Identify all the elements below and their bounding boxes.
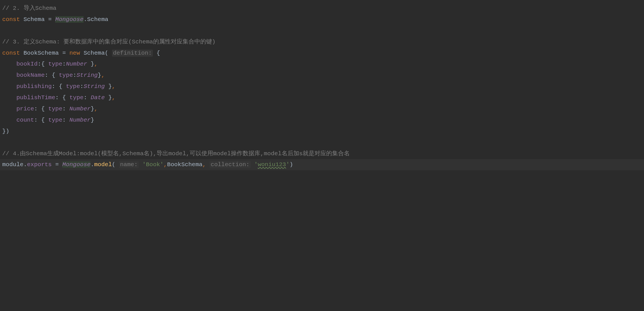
property-type: type (48, 106, 62, 112)
dot-operator: . (24, 161, 27, 168)
indent (2, 72, 16, 78)
indent (2, 61, 16, 67)
colon: : (84, 94, 91, 101)
property-price: price (16, 106, 34, 112)
open-brace: { (52, 72, 59, 78)
comma: , (203, 161, 210, 168)
type-date: Date (91, 94, 105, 101)
code-line-8[interactable]: publishTime: { type: Date }, (0, 92, 644, 103)
indent (2, 106, 16, 112)
string-quote-open: ' (254, 161, 258, 168)
identifier-schema: Schema (24, 16, 48, 23)
comment-text: // 4.由Schema生成Model:model(模型名,Schema名),导… (2, 150, 350, 157)
equals-sign: = (55, 161, 62, 168)
comma: , (94, 61, 98, 67)
colon: : (52, 83, 59, 90)
equals-sign: = (48, 16, 55, 23)
space (153, 50, 157, 56)
space (251, 161, 254, 168)
code-line-2[interactable]: const Schema = Mongoose.Schema (0, 14, 644, 25)
equals-sign: = (62, 50, 69, 56)
comma: , (101, 72, 105, 78)
close-brace: } (91, 106, 94, 112)
identifier-schema: Schema (84, 50, 105, 56)
open-brace: { (41, 61, 48, 67)
indent (2, 117, 16, 123)
open-brace: { (62, 94, 69, 101)
colon: : (34, 106, 41, 112)
code-line-13[interactable]: module.exports = Mongoose.model( name: '… (0, 159, 644, 170)
property-count: count (16, 117, 34, 123)
comment-text: // 2. 导入Schema (2, 5, 56, 11)
property-bookname: bookName (16, 72, 45, 78)
code-line-4[interactable]: const BookSchema = new Schema( definitio… (0, 48, 644, 59)
string-quote-close: ' (286, 161, 290, 168)
indent (2, 94, 16, 101)
property-exports: exports (27, 161, 55, 168)
code-line-11[interactable]: }) (0, 126, 644, 137)
property-type: type (66, 83, 80, 90)
colon: : (45, 72, 52, 78)
open-brace: { (157, 50, 160, 56)
type-string: String (84, 83, 105, 90)
param-hint-name: name: (119, 161, 139, 168)
param-hint-collection: collection: (210, 161, 251, 168)
property-type: type (48, 61, 62, 67)
comma: , (94, 106, 98, 112)
space (139, 161, 142, 168)
empty-line-1[interactable] (0, 25, 644, 36)
keyword-const: const (2, 50, 24, 56)
colon: : (62, 117, 69, 123)
param-hint-definition: definition: (112, 50, 153, 57)
type-string: String (77, 72, 98, 78)
code-line-9[interactable]: price: { type: Number}, (0, 103, 644, 115)
colon: : (62, 106, 69, 112)
code-line-5[interactable]: bookId:{ type:Number }, (0, 59, 644, 70)
colon: : (34, 117, 41, 123)
open-paren: ( (112, 161, 119, 168)
property-publishtime: publishTime (16, 94, 55, 101)
colon: : (73, 72, 77, 78)
identifier-bookschema: BookSchema (167, 161, 203, 168)
colon: : (80, 83, 84, 90)
open-brace: { (41, 106, 48, 112)
close-brace: } (105, 94, 112, 101)
property-bookid: bookId (16, 61, 38, 67)
code-line-6[interactable]: bookName: { type:String}, (0, 70, 644, 81)
close-paren-brace: }) (2, 128, 9, 134)
property-type: type (48, 117, 62, 123)
keyword-new: new (69, 50, 83, 56)
code-line-12[interactable]: // 4.由Schema生成Model:model(模型名,Schema名),导… (0, 148, 644, 159)
identifier-mongoose: Mongoose (62, 161, 91, 168)
empty-line-2[interactable] (0, 137, 644, 148)
open-brace: { (41, 117, 48, 123)
colon: : (55, 94, 62, 101)
close-brace: } (87, 61, 94, 67)
string-woniu123: woniu123 (258, 161, 286, 168)
property-publishing: publishing (16, 83, 52, 90)
code-line-3[interactable]: // 3. 定义Schema: 要和数据库中的集合对应(Schema的属性对应集… (0, 36, 644, 48)
comment-text: // 3. 定义Schema: 要和数据库中的集合对应(Schema的属性对应集… (2, 39, 215, 45)
type-number: Number (66, 61, 87, 67)
property-type: type (59, 72, 73, 78)
comma: , (164, 161, 167, 168)
indent (2, 83, 16, 90)
code-line-10[interactable]: count: { type: Number} (0, 115, 644, 126)
type-number: Number (70, 106, 91, 112)
dot-operator: . (84, 16, 87, 23)
method-model: model (94, 161, 112, 168)
keyword-const: const (2, 16, 24, 23)
close-brace: } (105, 83, 112, 90)
string-book: 'Book' (142, 161, 164, 168)
identifier-bookschema: BookSchema (24, 50, 63, 56)
code-line-7[interactable]: publishing: { type:String }, (0, 81, 644, 92)
close-brace: } (91, 117, 94, 123)
dot-operator: . (91, 161, 94, 168)
comma: , (112, 83, 116, 90)
colon: : (62, 61, 66, 67)
comma: , (112, 94, 116, 101)
open-brace: { (59, 83, 66, 90)
code-line-1[interactable]: // 2. 导入Schema (0, 3, 644, 14)
close-paren: ) (289, 161, 293, 168)
identifier-module: module (2, 161, 24, 168)
